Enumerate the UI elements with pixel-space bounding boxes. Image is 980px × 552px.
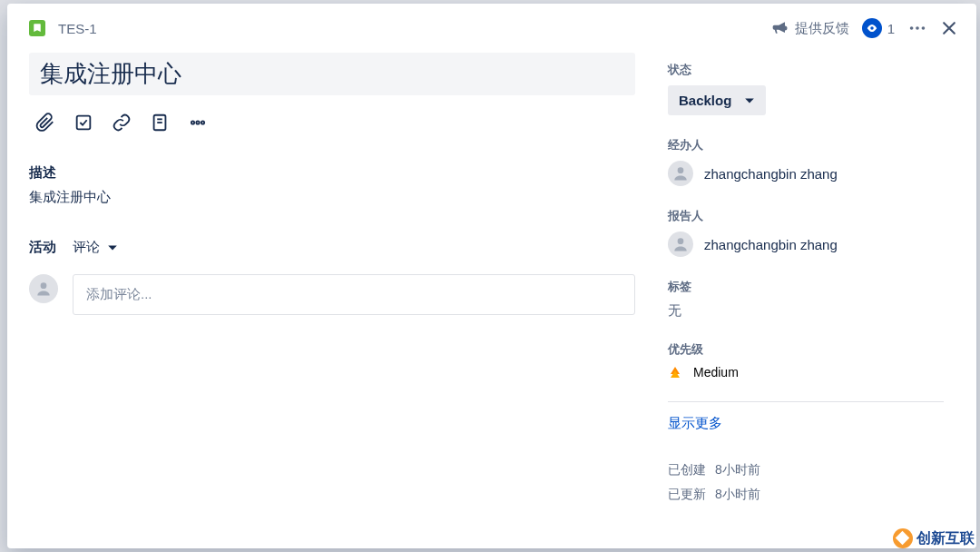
svg-point-12 — [678, 238, 684, 244]
reporter-avatar — [668, 232, 693, 257]
assignee-label: 经办人 — [668, 137, 944, 153]
megaphone-icon — [771, 19, 789, 37]
description-label: 描述 — [29, 164, 635, 182]
updated-value: 8小时前 — [715, 487, 760, 501]
feedback-button[interactable]: 提供反馈 — [771, 19, 849, 37]
comment-input[interactable]: 添加评论... — [73, 274, 635, 315]
attachment-icon — [35, 113, 55, 133]
tags-label: 标签 — [668, 279, 944, 295]
page-button[interactable] — [143, 106, 176, 139]
svg-point-7 — [191, 121, 194, 123]
content-actions — [29, 106, 635, 139]
created-label: 已创建 — [668, 458, 711, 482]
more-actions-button[interactable] — [907, 18, 927, 38]
field-priority[interactable]: 优先级 Medium — [668, 341, 944, 380]
svg-point-1 — [916, 26, 919, 30]
svg-rect-3 — [77, 116, 91, 130]
priority-medium-icon — [668, 365, 682, 380]
tags-value: 无 — [668, 302, 944, 320]
more-horizontal-icon — [907, 18, 927, 38]
person-icon — [34, 280, 53, 298]
timestamps: 已创建 8小时前 已更新 8小时前 — [668, 458, 944, 506]
status-select[interactable]: Backlog — [668, 85, 766, 115]
page-icon — [150, 113, 170, 133]
field-tags[interactable]: 标签 无 — [668, 279, 944, 320]
svg-point-2 — [922, 26, 926, 30]
issue-title-input[interactable] — [29, 53, 635, 95]
svg-point-8 — [196, 121, 199, 123]
field-assignee[interactable]: 经办人 zhangchangbin zhang — [668, 137, 944, 186]
field-status: 状态 Backlog — [668, 62, 944, 115]
person-icon — [671, 164, 690, 182]
attach-button[interactable] — [29, 106, 62, 139]
svg-point-0 — [910, 26, 914, 30]
created-value: 8小时前 — [715, 462, 760, 477]
more-horizontal-icon — [188, 113, 208, 133]
subtask-icon — [74, 113, 93, 133]
priority-value: Medium — [693, 365, 739, 380]
eye-icon — [862, 18, 882, 38]
main-column: 描述 集成注册中心 活动 评论 添加评论... — [7, 45, 668, 548]
current-user-avatar — [29, 274, 58, 303]
show-more-fields[interactable]: 显示更多 — [668, 415, 944, 432]
close-icon — [940, 19, 958, 37]
updated-label: 已更新 — [668, 482, 711, 507]
issue-key[interactable]: TES-1 — [58, 21, 97, 36]
activity-label: 活动 — [29, 239, 56, 256]
close-button[interactable] — [940, 19, 958, 37]
activity-section: 活动 评论 — [29, 239, 635, 256]
story-icon — [29, 20, 45, 36]
divider — [668, 401, 944, 402]
chevron-down-icon — [744, 95, 755, 106]
comment-composer: 添加评论... — [29, 274, 635, 315]
assignee-avatar — [668, 161, 693, 186]
link-button[interactable] — [105, 106, 138, 139]
chevron-down-icon — [107, 242, 118, 253]
reporter-value: zhangchangbin zhang — [704, 237, 838, 252]
watch-count: 1 — [887, 21, 895, 36]
reporter-label: 报告人 — [668, 208, 944, 224]
priority-label: 优先级 — [668, 341, 944, 358]
issue-header: TES-1 提供反馈 1 — [7, 4, 976, 45]
watermark: 创新互联 — [893, 528, 975, 548]
more-content-button[interactable] — [181, 106, 214, 139]
issue-modal: TES-1 提供反馈 1 — [7, 4, 976, 548]
side-column: 状态 Backlog 经办人 zhangchangbin zhang 报告人 — [668, 45, 976, 548]
subtask-button[interactable] — [67, 106, 100, 139]
svg-point-10 — [41, 282, 47, 289]
field-reporter[interactable]: 报告人 zhangchangbin zhang — [668, 208, 944, 257]
watch-button[interactable]: 1 — [862, 18, 895, 38]
person-icon — [671, 235, 690, 253]
svg-point-9 — [201, 121, 204, 123]
header-actions: 提供反馈 1 — [771, 18, 958, 38]
status-label: 状态 — [668, 62, 944, 78]
link-icon — [112, 113, 132, 133]
svg-point-11 — [678, 167, 684, 173]
activity-tab-select[interactable]: 评论 — [73, 239, 118, 256]
feedback-label: 提供反馈 — [795, 20, 849, 37]
description-text[interactable]: 集成注册中心 — [29, 189, 635, 206]
assignee-value: zhangchangbin zhang — [704, 166, 838, 182]
watermark-logo-icon — [893, 528, 913, 548]
